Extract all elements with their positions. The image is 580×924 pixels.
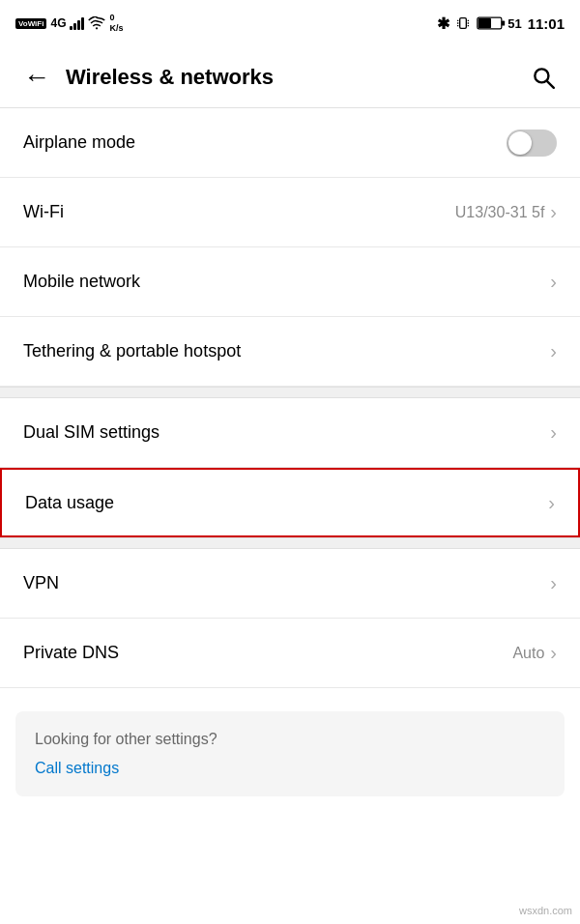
settings-group-3: VPN › Private DNS Auto › — [0, 549, 580, 688]
section-divider-1 — [0, 387, 580, 398]
data-usage-right: › — [548, 492, 555, 514]
battery-percent: 51 — [508, 16, 521, 31]
back-arrow-icon: ← — [23, 64, 50, 91]
vpn-label: VPN — [23, 573, 59, 593]
settings-item-airplane-mode[interactable]: Airplane mode — [0, 108, 580, 178]
settings-group-2: Dual SIM settings › Data usage › — [0, 398, 580, 537]
settings-item-data-usage[interactable]: Data usage › — [0, 468, 580, 537]
settings-item-private-dns[interactable]: Private DNS Auto › — [0, 619, 580, 688]
signal-bars — [70, 16, 84, 30]
battery-icon: 51 — [477, 15, 521, 31]
toggle-thumb — [508, 131, 532, 155]
mobile-network-label: Mobile network — [23, 272, 140, 292]
section-divider-2 — [0, 537, 580, 549]
settings-item-tethering[interactable]: Tethering & portable hotspot › — [0, 317, 580, 387]
vpn-chevron-icon: › — [550, 572, 557, 594]
svg-line-12 — [547, 80, 554, 87]
private-dns-label: Private DNS — [23, 643, 119, 663]
bluetooth-icon: ✱ — [437, 14, 450, 33]
airplane-mode-toggle-container — [507, 130, 557, 157]
wifi-right: U13/30-31 5f › — [455, 201, 557, 223]
private-dns-chevron-icon: › — [550, 642, 557, 664]
private-dns-value: Auto — [512, 645, 544, 662]
svg-rect-9 — [478, 18, 491, 28]
private-dns-right: Auto › — [512, 642, 557, 664]
search-icon — [531, 65, 556, 90]
dual-sim-right: › — [550, 421, 557, 444]
search-button[interactable] — [522, 56, 565, 99]
settings-item-mobile-network[interactable]: Mobile network › — [0, 247, 580, 317]
data-usage-chevron-icon: › — [548, 492, 555, 514]
data-usage-label: Data usage — [25, 493, 114, 513]
tethering-label: Tethering & portable hotspot — [23, 341, 241, 361]
wifi-icon — [88, 16, 105, 30]
tethering-right: › — [550, 340, 557, 362]
vibrate-icon — [455, 15, 471, 31]
settings-item-wifi[interactable]: Wi-Fi U13/30-31 5f › — [0, 178, 580, 247]
data-speed: 0 K/s — [109, 13, 123, 34]
signal-4g: 4G — [50, 16, 66, 30]
tethering-chevron-icon: › — [550, 340, 557, 362]
svg-point-0 — [96, 27, 98, 29]
dual-sim-label: Dual SIM settings — [23, 422, 160, 443]
back-button[interactable]: ← — [15, 56, 58, 99]
vowifi-badge: VoWiFi — [15, 18, 46, 29]
bottom-card: Looking for other settings? Call setting… — [15, 711, 565, 796]
settings-group-1: Airplane mode Wi-Fi U13/30-31 5f › Mobil… — [0, 108, 580, 387]
mobile-network-right: › — [550, 271, 557, 293]
settings-item-vpn[interactable]: VPN › — [0, 549, 580, 619]
time: 11:01 — [528, 15, 565, 32]
vpn-right: › — [550, 572, 557, 594]
wifi-label: Wi-Fi — [23, 202, 64, 222]
app-bar: ← Wireless & networks — [0, 46, 580, 108]
settings-item-dual-sim[interactable]: Dual SIM settings › — [0, 398, 580, 468]
airplane-mode-label: Airplane mode — [23, 132, 135, 153]
mobile-network-chevron-icon: › — [550, 271, 557, 293]
wifi-value: U13/30-31 5f — [455, 204, 545, 221]
svg-rect-10 — [502, 21, 505, 26]
watermark: wsxdn.com — [519, 905, 572, 916]
call-settings-link[interactable]: Call settings — [35, 760, 545, 777]
status-bar-right: ✱ 51 11:01 — [437, 14, 565, 33]
svg-rect-1 — [460, 18, 467, 29]
airplane-mode-toggle[interactable] — [507, 130, 557, 157]
status-bar: VoWiFi 4G 0 K/s ✱ — [0, 0, 580, 46]
status-bar-left: VoWiFi 4G 0 K/s — [15, 13, 123, 34]
wifi-chevron-icon: › — [550, 201, 557, 223]
page-title: Wireless & networks — [66, 65, 522, 90]
dual-sim-chevron-icon: › — [550, 421, 557, 444]
bottom-card-text: Looking for other settings? — [35, 731, 545, 748]
